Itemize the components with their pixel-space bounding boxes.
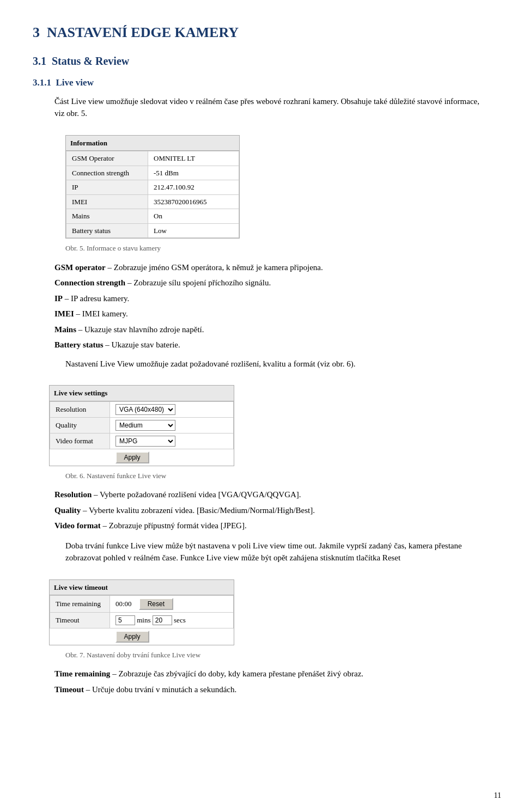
timeout-row: Timeout mins secs [50, 613, 234, 628]
desc-battery: Battery status – Ukazuje stav baterie. [54, 339, 490, 351]
chapter-title-text: NASTAVENÍ EDGE KAMERY [47, 25, 239, 40]
setting-value: MJPG [110, 433, 234, 449]
information-box-title: Information [66, 136, 239, 151]
apply-row: Apply [50, 449, 234, 466]
desc-quality: Quality – Vyberte kvalitu zobrazení vide… [54, 504, 490, 517]
liveview-timeout-table: Time remaining 00:00 Reset Timeout mins … [50, 595, 234, 645]
mins-label: mins [137, 616, 153, 624]
section-31: 3.1 Status & Review [33, 53, 490, 69]
desc-videoformat: Video format – Zobrazuje přípustný formá… [54, 520, 490, 532]
liveview-timeout-box: Live view timeout Time remaining 00:00 R… [49, 579, 234, 645]
info-value: -51 dBm [148, 166, 239, 180]
settings-table-row: Quality Medium [50, 417, 234, 433]
info-label: Mains [66, 209, 148, 224]
reset-button[interactable]: Reset [139, 598, 173, 610]
desc-resolution: Resolution – Vyberte požadované rozlišen… [54, 489, 490, 501]
timeout-desc-group: Time remaining – Zobrazuje čas zbývající… [54, 668, 490, 695]
info-value: On [148, 209, 239, 224]
desc-gsm: GSM operator – Zobrazuje jméno GSM operá… [54, 261, 490, 274]
info-table-row: MainsOn [66, 209, 239, 224]
desc-connection: Connection strength – Zobrazuje sílu spo… [54, 277, 490, 289]
settings-table-row: Resolution VGA (640x480) [50, 401, 234, 417]
info-label: Connection strength [66, 166, 148, 180]
secs-label: secs [174, 616, 186, 624]
descriptions-group: GSM operator – Zobrazuje jméno GSM operá… [54, 261, 490, 351]
liveview-settings-title: Live view settings [50, 386, 234, 401]
setting-value: Medium [110, 417, 234, 433]
settings-table-row: Video format MJPG [50, 433, 234, 449]
desc-timeout: Timeout – Určuje dobu trvání v minutách … [54, 683, 490, 696]
info-value: 212.47.100.92 [148, 180, 239, 195]
time-remaining-row: Time remaining 00:00 Reset [50, 596, 234, 613]
fig7-label: Obr. 7. Nastavení doby trvání funkce Liv… [65, 650, 490, 661]
timeout-value: mins secs [110, 613, 234, 628]
fig5-label: Obr. 5. Informace o stavu kamery [65, 243, 490, 254]
desc-ip: IP – IP adresu kamery. [54, 292, 490, 305]
time-remaining-value: 00:00 Reset [110, 596, 234, 613]
information-box: Information GSM OperatorOMNITEL LTConnec… [65, 135, 240, 239]
liveview-timeout-title: Live view timeout [50, 580, 234, 596]
chapter-title: 3 NASTAVENÍ EDGE KAMERY [33, 22, 490, 43]
chapter-number: 3 [33, 25, 40, 40]
info-table-row: IP212.47.100.92 [66, 180, 239, 195]
info-label: GSM Operator [66, 151, 148, 166]
timeout-apply-row: Apply [50, 628, 234, 645]
apply-button-liveview[interactable]: Apply [115, 451, 149, 463]
fig6-label: Obr. 6. Nastavení funkce Live view [65, 471, 490, 481]
timeout-secs-input[interactable] [153, 615, 172, 625]
liveview-paragraph: Nastavení Live View umožňuje zadat požad… [65, 358, 490, 370]
setting-label: Video format [50, 433, 110, 449]
setting-value: VGA (640x480) [110, 401, 234, 417]
info-table-row: IMEI352387020016965 [66, 194, 239, 209]
setting-label: Quality [50, 417, 110, 433]
timeout-paragraph: Doba trvání funkce Live view může být na… [65, 540, 490, 564]
info-label: IP [66, 180, 148, 195]
section-31-label: 3.1 [33, 55, 46, 67]
liveview-settings-box: Live view settings Resolution VGA (640x4… [49, 385, 234, 466]
info-label: IMEI [66, 194, 148, 209]
section-311: 3.1.1 Live view [33, 76, 490, 90]
information-table: GSM OperatorOMNITEL LTConnection strengt… [66, 151, 239, 238]
desc-imei: IMEI – IMEI kamery. [54, 308, 490, 320]
section-311-title: Live view [56, 77, 94, 88]
desc-timeremaining: Time remaining – Zobrazuje čas zbývající… [54, 668, 490, 680]
info-value: 352387020016965 [148, 194, 239, 209]
apply-button-timeout[interactable]: Apply [115, 631, 149, 643]
resolution-desc-group: Resolution – Vyberte požadované rozlišen… [54, 489, 490, 532]
liveview-settings-table: Resolution VGA (640x480) Quality Medium … [50, 401, 234, 466]
info-table-row: GSM OperatorOMNITEL LT [66, 151, 239, 166]
setting-select[interactable]: Medium [115, 420, 175, 431]
time-remaining-label: Time remaining [50, 596, 110, 613]
section-311-label: 3.1.1 [33, 77, 51, 88]
info-value: Low [148, 223, 239, 238]
timeout-label: Timeout [50, 613, 110, 628]
setting-label: Resolution [50, 401, 110, 417]
setting-select[interactable]: MJPG [115, 436, 175, 447]
info-label: Battery status [66, 223, 148, 238]
info-table-row: Connection strength-51 dBm [66, 166, 239, 180]
desc-mains: Mains – Ukazuje stav hlavního zdroje nap… [54, 323, 490, 336]
timeout-mins-input[interactable] [115, 615, 135, 625]
info-value: OMNITEL LT [148, 151, 239, 166]
setting-select[interactable]: VGA (640x480) [115, 404, 175, 415]
section-31-title: Status & Review [52, 55, 129, 67]
intro-paragraph: Část Live view umožňuje sledovat video v… [54, 95, 490, 120]
info-table-row: Battery statusLow [66, 223, 239, 238]
